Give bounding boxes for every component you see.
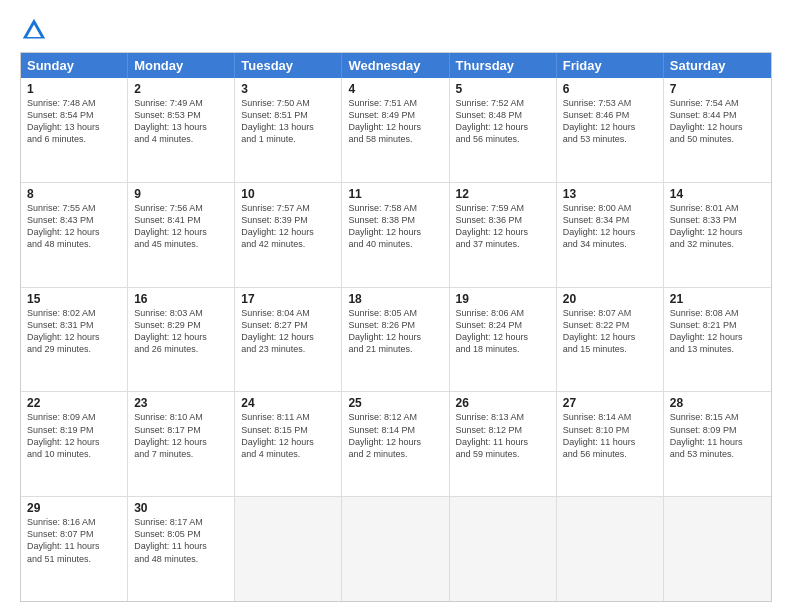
day-info: Sunrise: 7:58 AM Sunset: 8:38 PM Dayligh…	[348, 202, 442, 251]
day-info: Sunrise: 7:57 AM Sunset: 8:39 PM Dayligh…	[241, 202, 335, 251]
day-cell-17: 17Sunrise: 8:04 AM Sunset: 8:27 PM Dayli…	[235, 288, 342, 392]
day-info: Sunrise: 8:13 AM Sunset: 8:12 PM Dayligh…	[456, 411, 550, 460]
calendar-row-4: 29Sunrise: 8:16 AM Sunset: 8:07 PM Dayli…	[21, 496, 771, 601]
calendar: SundayMondayTuesdayWednesdayThursdayFrid…	[20, 52, 772, 602]
calendar-row-3: 22Sunrise: 8:09 AM Sunset: 8:19 PM Dayli…	[21, 391, 771, 496]
logo	[20, 16, 52, 44]
day-cell-29: 29Sunrise: 8:16 AM Sunset: 8:07 PM Dayli…	[21, 497, 128, 601]
day-cell-27: 27Sunrise: 8:14 AM Sunset: 8:10 PM Dayli…	[557, 392, 664, 496]
day-info: Sunrise: 8:12 AM Sunset: 8:14 PM Dayligh…	[348, 411, 442, 460]
day-info: Sunrise: 7:56 AM Sunset: 8:41 PM Dayligh…	[134, 202, 228, 251]
day-info: Sunrise: 8:17 AM Sunset: 8:05 PM Dayligh…	[134, 516, 228, 565]
calendar-row-0: 1Sunrise: 7:48 AM Sunset: 8:54 PM Daylig…	[21, 78, 771, 182]
day-info: Sunrise: 8:01 AM Sunset: 8:33 PM Dayligh…	[670, 202, 765, 251]
day-cell-22: 22Sunrise: 8:09 AM Sunset: 8:19 PM Dayli…	[21, 392, 128, 496]
weekday-header-saturday: Saturday	[664, 53, 771, 78]
day-cell-8: 8Sunrise: 7:55 AM Sunset: 8:43 PM Daylig…	[21, 183, 128, 287]
day-number: 8	[27, 187, 121, 201]
day-info: Sunrise: 7:50 AM Sunset: 8:51 PM Dayligh…	[241, 97, 335, 146]
day-cell-2: 2Sunrise: 7:49 AM Sunset: 8:53 PM Daylig…	[128, 78, 235, 182]
day-number: 6	[563, 82, 657, 96]
day-info: Sunrise: 8:09 AM Sunset: 8:19 PM Dayligh…	[27, 411, 121, 460]
day-number: 10	[241, 187, 335, 201]
day-number: 20	[563, 292, 657, 306]
day-number: 2	[134, 82, 228, 96]
day-cell-16: 16Sunrise: 8:03 AM Sunset: 8:29 PM Dayli…	[128, 288, 235, 392]
day-info: Sunrise: 7:48 AM Sunset: 8:54 PM Dayligh…	[27, 97, 121, 146]
day-number: 11	[348, 187, 442, 201]
day-cell-26: 26Sunrise: 8:13 AM Sunset: 8:12 PM Dayli…	[450, 392, 557, 496]
weekday-header-wednesday: Wednesday	[342, 53, 449, 78]
day-number: 28	[670, 396, 765, 410]
day-cell-20: 20Sunrise: 8:07 AM Sunset: 8:22 PM Dayli…	[557, 288, 664, 392]
day-cell-7: 7Sunrise: 7:54 AM Sunset: 8:44 PM Daylig…	[664, 78, 771, 182]
day-info: Sunrise: 8:03 AM Sunset: 8:29 PM Dayligh…	[134, 307, 228, 356]
day-info: Sunrise: 7:52 AM Sunset: 8:48 PM Dayligh…	[456, 97, 550, 146]
day-number: 1	[27, 82, 121, 96]
day-info: Sunrise: 8:15 AM Sunset: 8:09 PM Dayligh…	[670, 411, 765, 460]
day-number: 12	[456, 187, 550, 201]
empty-cell-4-2	[235, 497, 342, 601]
empty-cell-4-4	[450, 497, 557, 601]
day-number: 4	[348, 82, 442, 96]
day-cell-4: 4Sunrise: 7:51 AM Sunset: 8:49 PM Daylig…	[342, 78, 449, 182]
weekday-header-sunday: Sunday	[21, 53, 128, 78]
logo-icon	[20, 16, 48, 44]
day-number: 13	[563, 187, 657, 201]
day-number: 16	[134, 292, 228, 306]
day-info: Sunrise: 8:02 AM Sunset: 8:31 PM Dayligh…	[27, 307, 121, 356]
day-number: 3	[241, 82, 335, 96]
day-info: Sunrise: 7:59 AM Sunset: 8:36 PM Dayligh…	[456, 202, 550, 251]
header	[20, 16, 772, 44]
day-cell-12: 12Sunrise: 7:59 AM Sunset: 8:36 PM Dayli…	[450, 183, 557, 287]
page: SundayMondayTuesdayWednesdayThursdayFrid…	[0, 0, 792, 612]
day-cell-1: 1Sunrise: 7:48 AM Sunset: 8:54 PM Daylig…	[21, 78, 128, 182]
weekday-header-thursday: Thursday	[450, 53, 557, 78]
day-number: 30	[134, 501, 228, 515]
day-info: Sunrise: 8:04 AM Sunset: 8:27 PM Dayligh…	[241, 307, 335, 356]
day-cell-18: 18Sunrise: 8:05 AM Sunset: 8:26 PM Dayli…	[342, 288, 449, 392]
day-cell-10: 10Sunrise: 7:57 AM Sunset: 8:39 PM Dayli…	[235, 183, 342, 287]
day-cell-25: 25Sunrise: 8:12 AM Sunset: 8:14 PM Dayli…	[342, 392, 449, 496]
day-number: 26	[456, 396, 550, 410]
day-cell-21: 21Sunrise: 8:08 AM Sunset: 8:21 PM Dayli…	[664, 288, 771, 392]
day-info: Sunrise: 7:54 AM Sunset: 8:44 PM Dayligh…	[670, 97, 765, 146]
empty-cell-4-5	[557, 497, 664, 601]
day-number: 9	[134, 187, 228, 201]
day-number: 27	[563, 396, 657, 410]
day-number: 21	[670, 292, 765, 306]
day-cell-11: 11Sunrise: 7:58 AM Sunset: 8:38 PM Dayli…	[342, 183, 449, 287]
day-info: Sunrise: 7:55 AM Sunset: 8:43 PM Dayligh…	[27, 202, 121, 251]
weekday-header-monday: Monday	[128, 53, 235, 78]
weekday-header-tuesday: Tuesday	[235, 53, 342, 78]
day-info: Sunrise: 8:06 AM Sunset: 8:24 PM Dayligh…	[456, 307, 550, 356]
day-cell-3: 3Sunrise: 7:50 AM Sunset: 8:51 PM Daylig…	[235, 78, 342, 182]
day-info: Sunrise: 8:00 AM Sunset: 8:34 PM Dayligh…	[563, 202, 657, 251]
day-info: Sunrise: 7:49 AM Sunset: 8:53 PM Dayligh…	[134, 97, 228, 146]
day-number: 24	[241, 396, 335, 410]
day-cell-9: 9Sunrise: 7:56 AM Sunset: 8:41 PM Daylig…	[128, 183, 235, 287]
day-info: Sunrise: 8:10 AM Sunset: 8:17 PM Dayligh…	[134, 411, 228, 460]
day-number: 7	[670, 82, 765, 96]
day-cell-19: 19Sunrise: 8:06 AM Sunset: 8:24 PM Dayli…	[450, 288, 557, 392]
day-info: Sunrise: 8:08 AM Sunset: 8:21 PM Dayligh…	[670, 307, 765, 356]
day-cell-5: 5Sunrise: 7:52 AM Sunset: 8:48 PM Daylig…	[450, 78, 557, 182]
day-cell-24: 24Sunrise: 8:11 AM Sunset: 8:15 PM Dayli…	[235, 392, 342, 496]
day-info: Sunrise: 8:11 AM Sunset: 8:15 PM Dayligh…	[241, 411, 335, 460]
day-cell-13: 13Sunrise: 8:00 AM Sunset: 8:34 PM Dayli…	[557, 183, 664, 287]
day-number: 25	[348, 396, 442, 410]
day-number: 18	[348, 292, 442, 306]
calendar-row-2: 15Sunrise: 8:02 AM Sunset: 8:31 PM Dayli…	[21, 287, 771, 392]
day-number: 5	[456, 82, 550, 96]
day-cell-30: 30Sunrise: 8:17 AM Sunset: 8:05 PM Dayli…	[128, 497, 235, 601]
weekday-header-friday: Friday	[557, 53, 664, 78]
day-number: 15	[27, 292, 121, 306]
empty-cell-4-6	[664, 497, 771, 601]
day-info: Sunrise: 8:14 AM Sunset: 8:10 PM Dayligh…	[563, 411, 657, 460]
day-info: Sunrise: 8:16 AM Sunset: 8:07 PM Dayligh…	[27, 516, 121, 565]
day-cell-23: 23Sunrise: 8:10 AM Sunset: 8:17 PM Dayli…	[128, 392, 235, 496]
empty-cell-4-3	[342, 497, 449, 601]
day-cell-14: 14Sunrise: 8:01 AM Sunset: 8:33 PM Dayli…	[664, 183, 771, 287]
calendar-header: SundayMondayTuesdayWednesdayThursdayFrid…	[21, 53, 771, 78]
day-number: 23	[134, 396, 228, 410]
